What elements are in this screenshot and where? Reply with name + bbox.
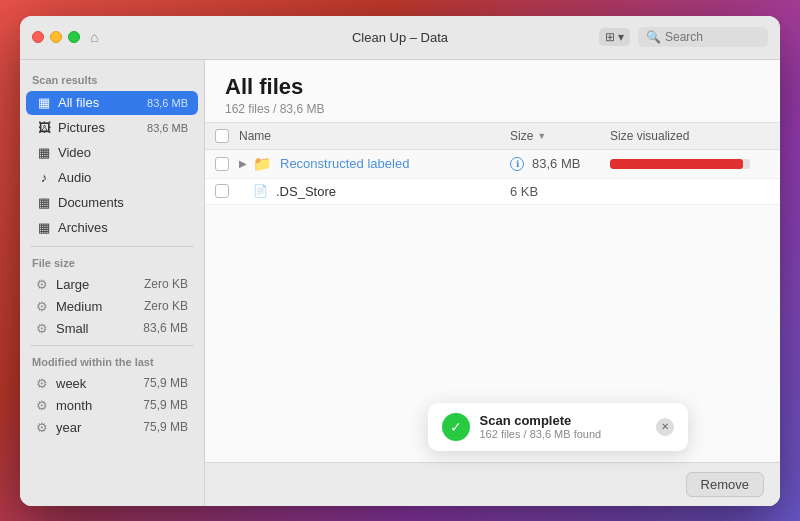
row1-check[interactable] (215, 157, 239, 171)
modified-week: ⚙ week 75,9 MB (26, 373, 198, 394)
year-label: year (56, 420, 137, 435)
all-files-icon: ▦ (36, 95, 52, 111)
month-label: month (56, 398, 137, 413)
home-icon[interactable]: ⌂ (90, 29, 98, 45)
modified-section-label: Modified within the last (20, 352, 204, 372)
remove-button[interactable]: Remove (686, 472, 764, 497)
row2-name-col: ▶ 📄 .DS_Store (239, 184, 510, 199)
table-row: ▶ 📄 .DS_Store 6 KB (205, 179, 780, 205)
gear-icon-month: ⚙ (36, 398, 50, 412)
sidebar-divider-1 (30, 246, 194, 247)
table-row: ▶ 📁 Reconstructed labeled ℹ 83,6 MB (205, 150, 780, 179)
gear-icon-week: ⚙ (36, 376, 50, 390)
table-header: Name Size ▼ Size visualized (205, 123, 780, 150)
info-icon-1[interactable]: ℹ (510, 157, 524, 171)
titlebar: ⌂ Clean Up – Data ⊞ ▾ 🔍 (20, 16, 780, 60)
sort-icon: ▼ (537, 131, 546, 141)
documents-label: Documents (58, 195, 188, 210)
expand-icon[interactable]: ▶ (239, 158, 247, 169)
video-label: Video (58, 145, 188, 160)
documents-icon: ▦ (36, 195, 52, 211)
view-toggle-button[interactable]: ⊞ ▾ (599, 28, 630, 46)
month-value: 75,9 MB (143, 398, 188, 412)
traffic-lights (32, 31, 80, 43)
app-window: ⌂ Clean Up – Data ⊞ ▾ 🔍 Scan results ▦ A… (20, 16, 780, 506)
sidebar-item-pictures[interactable]: 🖼 Pictures 83,6 MB (26, 116, 198, 140)
notification-title: Scan complete (480, 413, 602, 428)
header-name[interactable]: Name (239, 129, 510, 143)
file-icon: 📄 (253, 184, 268, 198)
sidebar-divider-2 (30, 345, 194, 346)
size-column-label: Size (510, 129, 533, 143)
week-value: 75,9 MB (143, 376, 188, 390)
chevron-down-icon: ▾ (618, 30, 624, 44)
modified-year: ⚙ year 75,9 MB (26, 417, 198, 438)
audio-icon: ♪ (36, 170, 52, 186)
file-size-large: ⚙ Large Zero KB (26, 274, 198, 295)
sidebar-item-video[interactable]: ▦ Video (26, 141, 198, 165)
row2-checkbox[interactable] (215, 184, 229, 198)
info-circle-1[interactable]: ℹ (510, 157, 524, 171)
file-size-medium: ⚙ Medium Zero KB (26, 296, 198, 317)
row1-name: Reconstructed labeled (280, 156, 409, 171)
pictures-label: Pictures (58, 120, 141, 135)
row2-check[interactable] (215, 184, 239, 198)
header-viz: Size visualized (610, 129, 770, 143)
sidebar: Scan results ▦ All files 83,6 MB 🖼 Pictu… (20, 60, 205, 506)
pictures-size: 83,6 MB (147, 122, 188, 134)
size-bar-fill-1 (610, 159, 743, 169)
large-label: Large (56, 277, 138, 292)
titlebar-actions: ⊞ ▾ 🔍 (599, 27, 768, 47)
modified-month: ⚙ month 75,9 MB (26, 395, 198, 416)
grid-icon: ⊞ (605, 30, 615, 44)
page-title: All files (225, 74, 760, 100)
folder-icon: 📁 (253, 155, 272, 173)
sidebar-item-archives[interactable]: ▦ Archives (26, 216, 198, 240)
maximize-button[interactable] (68, 31, 80, 43)
main-header: All files 162 files / 83,6 MB (205, 60, 780, 123)
search-icon: 🔍 (646, 30, 661, 44)
row2-name: .DS_Store (276, 184, 336, 199)
all-files-label: All files (58, 95, 141, 110)
all-files-size: 83,6 MB (147, 97, 188, 109)
page-subtitle: 162 files / 83,6 MB (225, 102, 760, 116)
scan-complete-icon: ✓ (442, 413, 470, 441)
row1-checkbox[interactable] (215, 157, 229, 171)
gear-icon-year: ⚙ (36, 420, 50, 434)
large-value: Zero KB (144, 277, 188, 291)
audio-label: Audio (58, 170, 188, 185)
name-column-label: Name (239, 129, 271, 143)
select-all-checkbox[interactable] (215, 129, 229, 143)
gear-icon-small: ⚙ (36, 321, 50, 335)
row2-size: 6 KB (510, 184, 538, 199)
gear-icon-medium: ⚙ (36, 299, 50, 313)
row1-size: 83,6 MB (532, 156, 580, 171)
sidebar-item-documents[interactable]: ▦ Documents (26, 191, 198, 215)
search-box[interactable]: 🔍 (638, 27, 768, 47)
size-bar-container-1 (610, 159, 750, 169)
pictures-icon: 🖼 (36, 120, 52, 136)
small-value: 83,6 MB (143, 321, 188, 335)
small-label: Small (56, 321, 137, 336)
close-button[interactable] (32, 31, 44, 43)
minimize-button[interactable] (50, 31, 62, 43)
year-value: 75,9 MB (143, 420, 188, 434)
sidebar-item-audio[interactable]: ♪ Audio (26, 166, 198, 190)
video-icon: ▦ (36, 145, 52, 161)
notification-close-button[interactable]: ✕ (656, 418, 674, 436)
search-input[interactable] (665, 30, 760, 44)
row1-size-col: ℹ 83,6 MB (510, 156, 610, 171)
medium-label: Medium (56, 299, 138, 314)
header-check[interactable] (215, 129, 239, 143)
viz-column-label: Size visualized (610, 129, 689, 143)
notification-toast: ✓ Scan complete 162 files / 83,6 MB foun… (428, 403, 688, 451)
header-size[interactable]: Size ▼ (510, 129, 610, 143)
archives-label: Archives (58, 220, 188, 235)
scan-results-label: Scan results (20, 70, 204, 90)
week-label: week (56, 376, 137, 391)
sidebar-item-all-files[interactable]: ▦ All files 83,6 MB (26, 91, 198, 115)
bottom-bar: ✓ Scan complete 162 files / 83,6 MB foun… (205, 462, 780, 506)
row1-viz (610, 159, 770, 169)
notification-text: Scan complete 162 files / 83,6 MB found (480, 413, 602, 440)
main-content: All files 162 files / 83,6 MB Name Size … (205, 60, 780, 506)
